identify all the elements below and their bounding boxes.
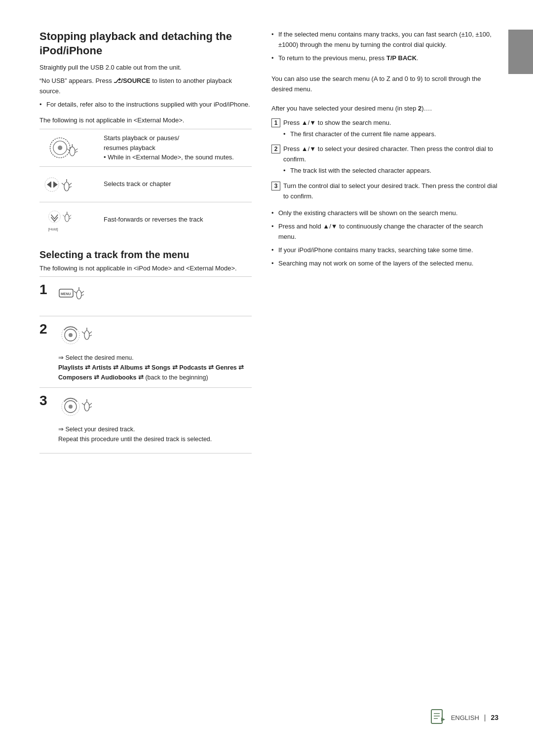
svg-line-23 [63,215,65,216]
section2-note: The following is not applicable in <iPod… [39,264,252,274]
svg-point-34 [84,331,89,340]
menu-knob-svg: MENU [58,282,98,306]
right-body-2: After you have selected your desired men… [271,104,498,114]
step-2-icon [58,321,252,350]
step-2-content: ⇒ Select the desired menu. Playlists ⇄ A… [58,321,252,382]
skip-icon-img [39,171,99,198]
num-content-3: Turn the control dial to select your des… [283,181,498,202]
svg-line-16 [69,187,72,188]
num-step-2-text: Press ▲/▼ to select your desired charact… [283,145,493,163]
svg-line-38 [82,332,84,334]
svg-line-44 [89,403,92,405]
num-box-2: 2 [271,145,280,153]
play-icon-img [39,134,99,161]
step-2-arrow: ⇒ [58,354,65,361]
step-2-suffix: (back to the beginning) [145,374,208,381]
step-1-content: MENU [58,282,252,311]
accent-bar [508,30,533,74]
step2-ref: 2 [418,105,421,112]
doc-icon [430,709,446,726]
svg-line-15 [69,183,72,185]
num-step-2-sub: The track list with the selected charact… [283,166,498,176]
right-note-2: Press and hold ▲/▼ to continuously chang… [271,222,498,242]
right-note-4: Searching may not work on some of the la… [271,259,498,269]
step-3-line2: Repeat this procedure until the desired … [58,436,212,443]
num-step-1-sub: The first character of the current file … [283,129,498,140]
page: Stopping playback and detaching the iPod… [0,0,533,756]
turn-knob-svg-2 [58,321,108,348]
step-3-icon [58,393,252,421]
step-1-icon: MENU [58,282,252,308]
step-2-desc: ⇒ Select the desired menu. Playlists ⇄ A… [58,353,252,382]
icon-row-ffwd: [Hold] Fast-forwards or reverses the tra… [39,202,252,237]
num-box-1: 1 [271,118,280,127]
tpback-bold: T/P BACK [386,54,417,62]
num-step-2: 2 Press ▲/▼ to select your desired chara… [271,144,498,176]
section1-para1: Straightly pull the USB 2.0 cable out fr… [39,63,252,73]
step-3-arrow: ⇒ [58,426,65,433]
step-3-content: ⇒ Select your desired track. Repeat this… [58,393,252,444]
ffwd-knob-svg: [Hold] [42,206,96,233]
hold-label: [Hold] [48,227,58,231]
step-3-block: 3 [39,387,252,449]
svg-point-19 [65,214,69,222]
svg-line-36 [89,332,92,334]
svg-point-42 [84,402,89,411]
svg-point-33 [69,333,73,337]
svg-line-6 [75,151,78,152]
right-notes: Only the existing characters will be sho… [271,208,498,268]
play-desc-bullet: • While in <External Mode>, the sound mu… [104,153,234,161]
footer-language: ENGLISH [451,714,479,721]
skip-desc: Selects track or chapter [99,179,171,189]
svg-line-17 [62,183,64,185]
right-bullet-1: If the selected menu contains many track… [271,30,498,50]
source-bold: ⎇/SOURCE [114,77,150,84]
step-1-block: 1 MENU [39,276,252,316]
svg-line-21 [69,215,71,216]
section1-note: The following is not applicable in <Exte… [39,115,252,126]
section1-title: Stopping playback and detaching the iPod… [39,30,252,58]
right-bullet-2: To return to the previous menu, press T/… [271,53,498,64]
svg-point-2 [58,146,62,150]
svg-marker-51 [441,718,445,721]
play-knob-svg [42,134,96,161]
svg-line-37 [89,335,92,336]
svg-point-41 [69,405,73,409]
skip-knob-svg [42,171,96,198]
svg-line-22 [69,218,71,219]
num-box-3: 3 [271,182,280,190]
svg-rect-47 [431,710,442,723]
step-3-line1: Select your desired track. [65,426,135,433]
turn-knob-svg-3 [58,393,108,420]
play-desc-text: Starts playback or pauses/resumes playba… [104,134,179,151]
right-note-3: If your iPod/iPhone contains many tracks… [271,245,498,256]
num-content-1: Press ▲/▼ to show the search menu. The f… [283,118,498,140]
svg-marker-9 [47,182,51,188]
play-desc: Starts playback or pauses/resumes playba… [99,133,234,162]
section1-bullet1: For details, refer also to the instructi… [39,100,252,110]
num-step-1-text: Press ▲/▼ to show the search menu. [283,119,391,126]
ffwd-icon-img: [Hold] [39,206,99,233]
right-column: If the selected menu contains many track… [271,30,498,699]
section1-para2: “No USB” appears. Press ⎇/SOURCE to list… [39,76,252,97]
svg-line-45 [89,407,92,408]
right-note-1: Only the existing characters will be sho… [271,208,498,219]
num-step-1: 1 Press ▲/▼ to show the search menu. The… [271,118,498,140]
footer: ENGLISH | 23 [39,699,498,726]
svg-line-28 [81,291,84,293]
svg-point-26 [76,290,81,299]
footer-page: 23 [491,714,498,721]
section2-title: Selecting a track from the menu [39,249,252,261]
svg-line-29 [81,295,84,296]
svg-line-7 [67,149,70,151]
section1-para2-prefix: “No USB” appears. Press [39,77,114,84]
svg-line-5 [75,149,78,151]
step-2-text1: Select the desired menu. [65,354,133,361]
svg-line-30 [74,291,76,293]
icon-row-play: Starts playback or pauses/resumes playba… [39,129,252,166]
footer-separator: | [484,714,486,721]
num-step-3-text: Turn the control dial to select your des… [283,182,497,200]
step-2-block: 2 [39,316,252,387]
svg-point-3 [70,147,75,156]
step-3-desc: ⇒ Select your desired track. Repeat this… [58,424,252,444]
